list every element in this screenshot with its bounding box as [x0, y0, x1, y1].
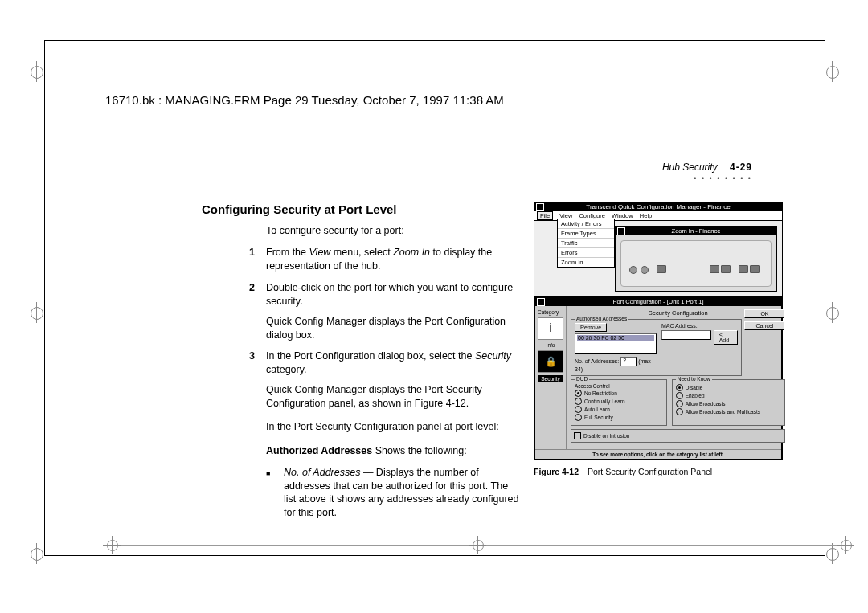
system-menu-icon[interactable]: [537, 298, 545, 306]
lock-icon[interactable]: 🔒: [538, 350, 563, 373]
hub-image[interactable]: [620, 240, 772, 287]
address-list[interactable]: 00 26 36 FC 02 50: [575, 333, 657, 354]
disable-on-intrusion-row: Disable on Intrusion: [571, 429, 785, 443]
bullet-icon: ■: [266, 466, 284, 521]
zoom-window: Zoom In - Finance: [615, 226, 777, 292]
doc-header-line: 16710.bk : MANAGING.FRM Page 29 Tuesday,…: [105, 93, 853, 112]
crop-mark-icon: [825, 305, 839, 320]
crop-mark-icon: [29, 64, 43, 79]
mac-input[interactable]: [661, 330, 711, 340]
step-number: 2: [202, 281, 266, 342]
running-page-number: 4-29: [730, 161, 752, 173]
category-security[interactable]: Security: [538, 375, 563, 382]
radio-allow-broadcasts[interactable]: Allow Broadcasts: [676, 400, 782, 407]
radio-no-restriction[interactable]: No Restriction: [575, 390, 663, 397]
menu-item[interactable]: Frame Types: [558, 229, 614, 239]
crop-mark-icon: [825, 546, 839, 561]
disable-on-intrusion-check[interactable]: Disable on Intrusion: [574, 432, 782, 439]
remove-button[interactable]: Remove: [575, 323, 607, 332]
add-button[interactable]: < Add: [714, 330, 739, 345]
running-head: Hub Security 4-29: [662, 161, 752, 173]
figure-4-12: Transcend Quick Configuration Manager - …: [534, 202, 783, 476]
main-text-column: Configuring Security at Port Level To co…: [202, 202, 519, 525]
dialog-titlebar: Port Configuration - [Unit 1 Port 1]: [535, 297, 781, 306]
crop-mark-icon: [471, 538, 484, 551]
menu-item[interactable]: Errors: [558, 248, 614, 258]
step-number: 3: [202, 349, 266, 411]
crop-mark-icon: [839, 538, 852, 551]
category-panel: Category İ Info 🔒 Security: [535, 306, 567, 449]
security-panel: OK Cancel Security Configuration Authori…: [567, 306, 789, 449]
menu-help[interactable]: Help: [640, 212, 652, 219]
radio-continually-learn[interactable]: Continually Learn: [575, 398, 663, 405]
category-label: Category: [538, 309, 563, 315]
paragraph: In the Port Security Configuration panel…: [266, 420, 519, 434]
menu-item[interactable]: Traffic: [558, 239, 614, 248]
menu-file[interactable]: File: [537, 211, 553, 220]
radio-auto-learn[interactable]: Auto Learn: [575, 406, 663, 413]
step-2: 2 Double-click on the port for which you…: [202, 281, 519, 342]
cancel-button[interactable]: Cancel: [744, 321, 784, 330]
dud-group: DUD Access Control No Restriction Contin…: [571, 379, 667, 426]
radio-enabled[interactable]: Enabled: [676, 392, 782, 399]
need-to-know-group: Need to Know Disable Enabled Allow Broad…: [672, 379, 786, 426]
radio-disable[interactable]: Disable: [676, 384, 782, 391]
crop-mark-icon: [29, 305, 43, 320]
info-icon[interactable]: İ: [538, 317, 563, 340]
dialog-footer-note: To see more options, click on the catego…: [535, 449, 781, 459]
app-titlebar: Transcend Quick Configuration Manager - …: [534, 202, 782, 211]
radio-full-security[interactable]: Full Security: [575, 414, 663, 421]
page-frame: 16710.bk : MANAGING.FRM Page 29 Tuesday,…: [44, 40, 825, 556]
intro-text: To configure security for a port:: [266, 224, 519, 238]
bullet-item: ■ No. of Addresses — Displays the number…: [266, 466, 519, 521]
crop-mark-icon: [105, 538, 118, 551]
crop-mark-icon: [825, 64, 839, 79]
figure-caption: Figure 4-12 Port Security Configuration …: [534, 467, 783, 476]
mac-label: MAC Address:: [661, 323, 738, 329]
paragraph: Authorized Addresses Shows the following…: [266, 444, 519, 458]
radio-allow-bc-mc[interactable]: Allow Broadcasts and Multicasts: [676, 408, 782, 415]
no-of-addresses: No. of Addresses: 2 (max 34): [575, 357, 657, 372]
menu-item[interactable]: Zoom In: [558, 258, 614, 267]
step-1: 1 From the View menu, select Zoom In to …: [202, 246, 519, 273]
view-menu-flyout: Activity / Errors Frame Types Traffic Er…: [557, 219, 615, 268]
step-3: 3 In the Port Configuration dialog box, …: [202, 349, 519, 411]
decorative-dots: • • • • • • • •: [694, 174, 752, 182]
running-section: Hub Security: [662, 161, 718, 173]
step-number: 1: [202, 246, 266, 273]
authorised-addresses-group: Authorised Addresses Remove 00 26 36 FC …: [571, 319, 742, 376]
addr-count-field[interactable]: 2: [620, 357, 637, 366]
menu-window[interactable]: Window: [612, 212, 633, 219]
crop-mark-icon: [29, 546, 43, 561]
section-heading: Configuring Security at Port Level: [202, 202, 519, 218]
system-menu-icon[interactable]: [536, 203, 544, 211]
port-config-dialog: Port Configuration - [Unit 1 Port 1] Cat…: [534, 296, 782, 460]
app-window: Transcend Quick Configuration Manager - …: [534, 202, 783, 460]
ok-button[interactable]: OK: [744, 309, 784, 318]
system-menu-icon[interactable]: [617, 227, 625, 235]
menu-item[interactable]: Activity / Errors: [558, 219, 614, 229]
access-control-label: Access Control: [575, 383, 663, 389]
zoom-titlebar: Zoom In - Finance: [616, 227, 776, 235]
category-info[interactable]: Info: [538, 342, 563, 348]
